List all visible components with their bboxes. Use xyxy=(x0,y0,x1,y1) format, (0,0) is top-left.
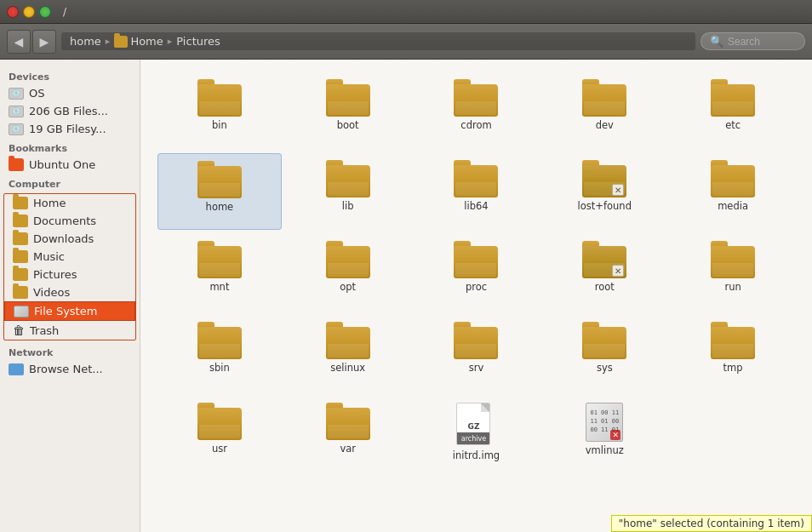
close-button[interactable] xyxy=(7,6,19,18)
folder-icon xyxy=(197,241,242,278)
ubuntuone-icon xyxy=(9,158,24,171)
forward-button[interactable]: ▶ xyxy=(32,30,56,54)
file-label: sys xyxy=(597,363,613,375)
file-label: tmp xyxy=(723,363,743,375)
file-item-initrd.img[interactable]: GZ archive initrd.img xyxy=(415,396,539,472)
file-item-lib64[interactable]: lib64 xyxy=(415,153,539,230)
file-item-cdrom[interactable]: cdrom xyxy=(415,72,539,149)
file-item-etc[interactable]: etc xyxy=(671,72,795,149)
file-item-boot[interactable]: boot xyxy=(286,72,410,149)
drive-icon-3: 💿 xyxy=(9,123,24,135)
sidebar-item-home[interactable]: Home xyxy=(4,194,135,212)
file-item-root[interactable]: ✕ root xyxy=(542,234,666,311)
file-label: root xyxy=(595,282,615,294)
file-label: etc xyxy=(725,120,741,132)
statusbar: "home" selected (containing 1 item) xyxy=(611,515,812,532)
file-label: bin xyxy=(212,120,227,132)
file-item-bin[interactable]: bin xyxy=(157,72,282,149)
documents-folder-icon xyxy=(13,215,28,227)
file-label: mnt xyxy=(209,282,229,294)
main-layout: Devices 💿 OS 💿 206 GB Files... 💿 19 GB F… xyxy=(0,60,812,532)
minimize-button[interactable] xyxy=(23,6,35,18)
folder-icon xyxy=(197,161,242,198)
file-item-tmp[interactable]: tmp xyxy=(671,315,795,392)
sidebar-section-computer: Computer xyxy=(0,174,140,192)
pictures-folder-icon xyxy=(13,268,28,281)
file-label: lost+found xyxy=(578,201,632,213)
folder-icon xyxy=(711,241,755,278)
computer-group: Home Documents Downloads Music Pictures … xyxy=(3,193,136,340)
sidebar-item-pictures[interactable]: Pictures xyxy=(4,266,135,283)
file-item-opt[interactable]: opt xyxy=(286,234,410,311)
folder-restricted-icon: ✕ xyxy=(582,241,626,278)
nav-buttons: ◀ ▶ xyxy=(7,30,56,54)
sidebar-item-videos[interactable]: Videos xyxy=(4,283,135,301)
file-item-run[interactable]: run xyxy=(671,234,795,311)
sidebar-item-206gb[interactable]: 💿 206 GB Files... xyxy=(0,102,140,120)
breadcrumb-pictures[interactable]: Pictures xyxy=(173,34,223,49)
file-label: lib64 xyxy=(464,201,488,213)
downloads-folder-icon xyxy=(13,232,28,245)
file-item-mnt[interactable]: mnt xyxy=(157,234,282,311)
sidebar-item-os[interactable]: 💿 OS xyxy=(0,84,140,102)
drive-icon: 💿 xyxy=(9,88,24,100)
file-area: bin boot cdrom dev etc home lib lib64 ✕ xyxy=(140,60,812,532)
network-icon xyxy=(9,363,24,375)
sidebar-item-music[interactable]: Music xyxy=(4,248,135,266)
file-item-home[interactable]: home xyxy=(157,153,282,230)
file-item-sbin[interactable]: sbin xyxy=(157,315,282,392)
breadcrumb-sep-1: ▸ xyxy=(106,36,111,47)
file-item-sys[interactable]: sys xyxy=(542,315,666,392)
file-item-lib[interactable]: lib xyxy=(286,153,410,230)
search-box[interactable]: 🔍 xyxy=(700,32,805,50)
sidebar-section-devices: Devices xyxy=(0,66,140,84)
home-folder-icon xyxy=(114,36,128,48)
file-item-var[interactable]: var xyxy=(286,396,410,472)
folder-icon xyxy=(711,160,755,197)
sidebar-item-19gb[interactable]: 💿 19 GB Filesy... xyxy=(0,120,140,138)
folder-icon xyxy=(197,322,242,359)
sidebar-item-ubuntu-one[interactable]: Ubuntu One xyxy=(0,156,140,174)
titlebar: / xyxy=(0,0,812,24)
breadcrumb-home[interactable]: home xyxy=(66,34,105,49)
status-text: "home" selected (containing 1 item) xyxy=(619,518,804,529)
search-input[interactable] xyxy=(728,36,796,48)
folder-icon xyxy=(326,79,370,117)
breadcrumb-sep-2: ▸ xyxy=(168,36,173,47)
file-label: boot xyxy=(337,120,359,132)
file-item-dev[interactable]: dev xyxy=(542,72,666,149)
file-label: var xyxy=(340,443,356,455)
file-item-proc[interactable]: proc xyxy=(415,234,539,311)
folder-icon xyxy=(197,403,242,440)
sidebar-item-downloads[interactable]: Downloads xyxy=(4,230,135,248)
folder-icon xyxy=(197,79,242,117)
videos-folder-icon xyxy=(13,286,28,299)
folder-icon xyxy=(582,79,626,117)
sidebar-item-trash[interactable]: 🗑 Trash xyxy=(4,321,135,340)
file-label: initrd.img xyxy=(453,450,500,462)
file-label: dev xyxy=(596,120,614,132)
file-label: srv xyxy=(469,363,484,375)
folder-icon xyxy=(326,403,370,440)
binary-file-icon: 01 00 11 11 01 00 00 11 01 ✕ xyxy=(586,403,623,442)
sidebar-item-filesystem[interactable]: File System xyxy=(4,301,135,321)
toolbar: ◀ ▶ home ▸ Home ▸ Pictures 🔍 xyxy=(0,24,812,60)
folder-icon xyxy=(711,79,755,117)
file-item-lost+found[interactable]: ✕ lost+found xyxy=(542,153,666,230)
file-label: lib xyxy=(342,201,354,213)
file-item-selinux[interactable]: selinux xyxy=(286,315,410,392)
sidebar-item-documents[interactable]: Documents xyxy=(4,212,135,230)
breadcrumb-home2[interactable]: Home xyxy=(111,34,166,49)
file-item-srv[interactable]: srv xyxy=(415,315,539,392)
folder-restricted-icon: ✕ xyxy=(582,160,626,197)
maximize-button[interactable] xyxy=(39,6,51,18)
file-item-media[interactable]: media xyxy=(671,153,795,230)
file-label: vmlinuz xyxy=(586,445,624,457)
breadcrumb: home ▸ Home ▸ Pictures xyxy=(61,32,695,50)
sidebar-item-browse-net[interactable]: Browse Net... xyxy=(0,360,140,378)
file-item-vmlinuz[interactable]: 01 00 11 11 01 00 00 11 01 ✕ vmlinuz xyxy=(542,396,666,472)
back-button[interactable]: ◀ xyxy=(7,30,31,54)
file-item-usr[interactable]: usr xyxy=(157,396,282,472)
search-icon: 🔍 xyxy=(710,35,723,48)
sidebar: Devices 💿 OS 💿 206 GB Files... 💿 19 GB F… xyxy=(0,60,140,532)
